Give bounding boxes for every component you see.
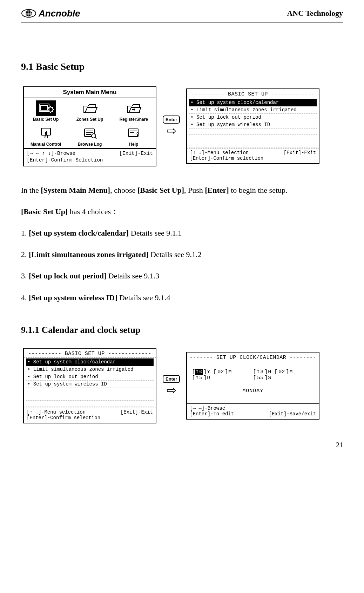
hint-exit: [Exit]-Save/exit <box>269 411 316 417</box>
list-option-1: 1. [Set up system clock/calendar] Detail… <box>21 227 343 239</box>
clock-values-row: [10]Y [02]M [15]D [13]H [02]M [55]S <box>192 369 314 381</box>
menu-item-register-share[interactable]: RegisterShare <box>112 98 156 123</box>
hint-confirm: [Enter]-Confirm selection <box>190 156 316 161</box>
list-option-2: 2. [Limit simultaneous zones irrigated] … <box>21 248 343 261</box>
clock-hour[interactable]: [13]H <box>253 369 271 375</box>
list-spacer <box>26 388 154 394</box>
menu-label: Zones Set Up <box>76 117 103 122</box>
settings-icon <box>36 100 56 116</box>
clock-month[interactable]: [02]M <box>213 369 231 375</box>
menu-item-zones-set-up[interactable]: Zones Set Up <box>68 98 112 123</box>
list-spacer <box>189 129 317 135</box>
menu-label: Basic Set Up <box>33 117 59 122</box>
screen-main-menu: System Main Menu Basic Set Up Zones Set … <box>23 86 156 166</box>
folder-icon <box>80 100 100 116</box>
screen-clock-calendar: ------- SET UP CLOCK/CALENDAR -------- [… <box>186 352 319 420</box>
page-header: Ancnoble ANC Technology <box>21 7 343 22</box>
screen-title: System Main Menu <box>24 87 156 98</box>
menu-grid: Basic Set Up Zones Set Up RegisterShare … <box>24 98 156 149</box>
paragraph-2: [Basic Set Up] has 4 choices： <box>21 205 343 218</box>
clock-body: [10]Y [02]M [15]D [13]H [02]M [55]S MOND… <box>187 361 319 403</box>
hint-menu: [↑ ↓]-Menu selection <box>27 409 86 415</box>
hint-exit: [Exit]-Exit <box>119 150 153 157</box>
list-item-zones[interactable]: • Limit simultaneous zones irrigated <box>26 366 154 373</box>
menu-label: RegisterShare <box>120 117 148 122</box>
list-spacer <box>189 135 317 141</box>
enter-button[interactable]: Enter <box>163 375 180 383</box>
list-option-4: 4. [Set up system wireless ID] Details s… <box>21 291 343 304</box>
screens-row-1: System Main Menu Basic Set Up Zones Set … <box>23 86 343 166</box>
clock-day[interactable]: [15]D <box>192 375 210 381</box>
svg-line-17 <box>95 137 96 139</box>
section-heading-9-1-1: 9.1.1 Calendar and clock setup <box>21 325 343 335</box>
screen-dashed-title: ---------- BASIC SET UP ------------- <box>24 349 156 358</box>
enter-button[interactable]: Enter <box>163 116 180 124</box>
hint-browse: [→ ←]-Browse <box>190 406 316 411</box>
hint-exit: [Exit]-Exit <box>121 409 153 415</box>
clock-minute[interactable]: [02]M <box>274 369 292 375</box>
menu-item-basic-set-up[interactable]: Basic Set Up <box>24 98 68 123</box>
arrow-right-icon: ⇨ <box>167 125 176 137</box>
list-item-clock[interactable]: • Set up system clock/calendar <box>26 358 154 366</box>
hint-menu: [↑ ↓]-Menu selection <box>190 150 249 156</box>
logo: Ancnoble <box>21 7 91 20</box>
menu-item-manual-control[interactable]: Manual Control <box>24 123 68 148</box>
list-spacer <box>26 394 154 401</box>
screen-hints: [↑ ↓]-Menu selection [Exit]-Exit [Enter]… <box>187 148 319 163</box>
help-icon: ? <box>124 125 143 141</box>
screen-hints: [→ ← ↑ ↓]-Browse [Exit]-Exit [Enter]-Con… <box>24 149 156 166</box>
screen-hints: [→ ←]-Browse [Enter]-To edit [Exit]-Save… <box>187 403 319 419</box>
menu-label: Manual Control <box>31 142 61 147</box>
screen-dashed-title: ---------- BASIC SET UP ------------- <box>187 89 319 98</box>
list-item-zones[interactable]: • Limit simultaneous zones irrigated <box>189 106 317 114</box>
arrow-right-icon: ⇨ <box>167 384 176 396</box>
log-icon <box>80 125 100 141</box>
hint-edit: [Enter]-To edit <box>190 411 234 417</box>
hint-confirm: [Enter]-Confirm Selection <box>27 157 153 164</box>
list-item-lockout[interactable]: • Set up lock out period <box>189 114 317 121</box>
screen-hints: [↑ ↓]-Menu selection [Exit]-Exit [Enter]… <box>24 408 156 423</box>
list-spacer <box>26 401 154 407</box>
clock-year[interactable]: [10]Y <box>192 369 210 375</box>
hint-exit: [Exit]-Exit <box>284 150 316 156</box>
menu-item-help[interactable]: ? Help <box>112 123 156 148</box>
enter-indicator-2: Enter ⇨ <box>163 375 180 396</box>
company-name: ANC Technology <box>287 9 343 18</box>
list-item-wireless[interactable]: • Set up system wireless ID <box>189 121 317 129</box>
page-number: 21 <box>21 441 343 449</box>
logo-text: Ancnoble <box>38 8 80 19</box>
hint-browse: [→ ← ↑ ↓]-Browse <box>27 150 75 157</box>
list-item-clock[interactable]: • Set up system clock/calendar <box>189 99 317 106</box>
section-heading-9-1: 9.1 Basic Setup <box>21 61 343 72</box>
list-spacer <box>189 141 317 147</box>
menu-label: Browse Log <box>78 142 102 147</box>
menu-item-browse-log[interactable]: Browse Log <box>68 123 112 148</box>
clock-weekday: MONDAY <box>192 388 314 394</box>
list-item-lockout[interactable]: • Set up lock out period <box>26 373 154 381</box>
menu-label: Help <box>129 142 138 147</box>
basic-setup-list: • Set up system clock/calendar • Limit s… <box>187 98 319 148</box>
svg-rect-9 <box>41 105 48 110</box>
hand-icon <box>36 125 56 141</box>
basic-setup-list: • Set up system clock/calendar • Limit s… <box>24 358 156 408</box>
clock-second[interactable]: [55]S <box>253 375 271 381</box>
screens-row-2: ---------- BASIC SET UP ------------- • … <box>23 348 343 423</box>
logo-icon: Ancnoble <box>21 7 91 20</box>
list-item-wireless[interactable]: • Set up system wireless ID <box>26 381 154 388</box>
svg-text:?: ? <box>136 131 139 137</box>
screen-dashed-title: ------- SET UP CLOCK/CALENDAR -------- <box>187 352 319 361</box>
hint-confirm: [Enter]-Confirm selection <box>27 415 153 421</box>
screen-basic-setup-2: ---------- BASIC SET UP ------------- • … <box>23 348 156 423</box>
list-option-3: 3. [Set up lock out period] Details see … <box>21 270 343 282</box>
paragraph-1: In the [System Main Menu], choose [Basic… <box>21 184 343 196</box>
screen-basic-setup: ---------- BASIC SET UP ------------- • … <box>186 88 319 164</box>
folder-share-icon <box>124 100 143 116</box>
enter-indicator: Enter ⇨ <box>163 116 180 137</box>
